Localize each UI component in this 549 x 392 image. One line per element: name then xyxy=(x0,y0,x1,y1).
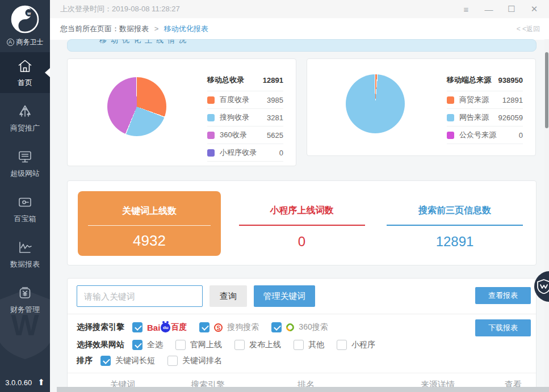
mobile-source-card: 移动端总来源 938950 商贸来源 12891 网告来源 926059 公众号… xyxy=(307,58,536,156)
sort-filter-row: 排序 关键词长短 关键词排名 xyxy=(77,353,234,368)
stat-divider xyxy=(88,225,211,226)
sidebar-item-label: 百宝箱 xyxy=(14,214,36,224)
swatch-baidu xyxy=(207,96,215,104)
legend-value: 0 xyxy=(519,131,523,140)
app-version: 3.0.0.60 xyxy=(5,378,32,387)
sidebar-item-promotion[interactable]: 商贸推广 xyxy=(0,98,50,138)
mobile-index-pie-chart xyxy=(107,77,166,136)
sidebar-item-label: 数据报表 xyxy=(10,259,40,269)
sidebar-item-home[interactable]: 首页 xyxy=(0,52,50,93)
sidebar-item-label: 超级网站 xyxy=(10,168,40,179)
yin-yang-logo-icon: w xyxy=(10,5,40,34)
engine-row-label: 选择搜索引擎 xyxy=(77,322,124,332)
sogou-checkbox[interactable] xyxy=(199,322,209,332)
legend-total: 938950 xyxy=(498,76,523,85)
scrollbar-thumb[interactable] xyxy=(545,52,548,128)
stat-divider xyxy=(239,225,365,226)
keyword-rank-checkbox[interactable] xyxy=(167,356,178,366)
legend-value: 3985 xyxy=(267,96,283,104)
chart-line-icon xyxy=(16,239,33,256)
swatch-sogou xyxy=(207,114,215,121)
option-label: 官网上线 xyxy=(190,340,222,350)
other-checkbox[interactable] xyxy=(294,340,304,350)
publish-online-checkbox[interactable] xyxy=(234,340,245,350)
sidebar-item-reports[interactable]: 数据报表 xyxy=(0,234,50,275)
legend-value: 926059 xyxy=(498,113,523,122)
sort-option-rank: 关键词排名 xyxy=(167,356,222,366)
update-arrow-icon[interactable]: ⬆ xyxy=(37,377,45,387)
select-all-checkbox[interactable] xyxy=(132,340,143,350)
option-label: 其他 xyxy=(308,340,324,350)
stat-label: 关键词上线数 xyxy=(78,205,221,217)
back-link[interactable]: < <返回 xyxy=(517,18,540,40)
sidebar-item-website[interactable]: 超级网站 xyxy=(0,143,50,184)
sogou-label: 搜狗搜索 xyxy=(227,322,259,332)
stat-label: 搜索前三页信息数 xyxy=(385,205,524,217)
app-window: { "colors": { "primary_button": "#4d9fdb… xyxy=(0,0,549,392)
mobile-source-pie-chart xyxy=(346,74,405,133)
sidebar-item-label: 商贸推广 xyxy=(10,123,40,133)
svg-text:w: w xyxy=(27,11,31,16)
swatch-miniprogram xyxy=(207,149,215,157)
swatch-360 xyxy=(207,132,215,139)
legend-value: 0 xyxy=(279,149,283,157)
s360-checkbox[interactable] xyxy=(271,322,282,332)
official-site-checkbox[interactable] xyxy=(175,340,186,350)
titlebar: 上次登录时间：2019-08-08 11:28:27 ≡ — ☐ ✕ xyxy=(50,0,549,18)
minimize-icon[interactable]: — xyxy=(477,5,500,14)
engine-360: 360搜索 xyxy=(271,322,328,332)
legend-item: 网告来源 926059 xyxy=(447,109,523,127)
option-label: 发布上线 xyxy=(249,340,281,350)
site-filter-row: 选择效果网站 全选 官网上线 发布上线 其他 小程序 xyxy=(77,338,388,352)
stat-value: 12891 xyxy=(385,234,524,250)
engine-baidu: Bai du 百度 xyxy=(132,322,187,332)
sogou-icon: S xyxy=(214,323,223,332)
divider xyxy=(68,314,536,314)
breadcrumb-separator: > xyxy=(154,24,159,33)
sidebar-item-toolbox[interactable]: 百宝箱 xyxy=(0,188,50,229)
swatch-shangmao xyxy=(447,96,454,104)
engine-sogou: S 搜狗搜索 xyxy=(199,322,259,332)
brand-badge-icon: A xyxy=(7,39,14,46)
query-button[interactable]: 查询 xyxy=(209,285,247,307)
toolbox-icon xyxy=(16,193,33,210)
close-icon[interactable]: ✕ xyxy=(523,4,546,14)
sort-option-length: 关键词长短 xyxy=(100,356,155,366)
download-report-button[interactable]: 下载报表 xyxy=(475,319,531,336)
legend-value: 12891 xyxy=(502,96,523,104)
stat-miniprogram-words: 小程序上线词数 0 xyxy=(238,205,366,250)
stat-value: 0 xyxy=(238,234,366,250)
breadcrumb-current-link[interactable]: 移动优化报表 xyxy=(164,24,208,33)
baidu-logo-icon: Bai du 百度 xyxy=(147,322,187,332)
site-option-publish: 发布上线 xyxy=(234,340,281,350)
legend-label: 商贸来源 xyxy=(459,95,489,105)
stat-label: 小程序上线词数 xyxy=(238,205,366,217)
shield-widget-icon xyxy=(537,279,549,294)
legend-label: 网告来源 xyxy=(459,112,489,123)
legend-item: 小程序收录 0 xyxy=(207,144,283,162)
site-option-other: 其他 xyxy=(294,340,324,350)
keyword-length-checkbox[interactable] xyxy=(100,356,111,366)
window-bottom-edge xyxy=(57,387,549,392)
miniprogram-checkbox[interactable] xyxy=(337,340,347,350)
option-label: 关键词排名 xyxy=(182,356,222,366)
legend-label: 360收录 xyxy=(220,130,247,140)
mobile-index-card: 移动总收录 12891 百度收录 3985 搜狗收录 3281 360收录 56… xyxy=(67,58,296,166)
mobile-source-legend: 移动端总来源 938950 商贸来源 12891 网告来源 926059 公众号… xyxy=(447,73,523,144)
keyword-input[interactable] xyxy=(77,285,203,307)
monitor-icon xyxy=(16,148,33,165)
swatch-wanggao xyxy=(447,114,454,121)
option-label: 小程序 xyxy=(351,340,375,350)
s360-ring-icon xyxy=(284,322,296,333)
baidu-checkbox[interactable] xyxy=(132,322,143,332)
shield-watermark-icon: W xyxy=(0,287,58,361)
view-report-button[interactable]: 查看报表 xyxy=(475,287,531,304)
manage-keywords-button[interactable]: 管理关键词 xyxy=(254,285,315,307)
baidu-wordmark: Bai xyxy=(147,323,160,332)
legend-item: 搜狗收录 3281 xyxy=(207,109,283,127)
swatch-gongzhonghao xyxy=(447,132,454,139)
query-card: 查询 管理关键词 查看报表 下载报表 选择搜索引擎 Bai du 百度 S 搜狗… xyxy=(67,278,537,392)
menu-icon[interactable]: ≡ xyxy=(455,5,477,14)
maximize-icon[interactable]: ☐ xyxy=(500,4,523,14)
window-controls: ≡ — ☐ ✕ xyxy=(455,0,546,18)
